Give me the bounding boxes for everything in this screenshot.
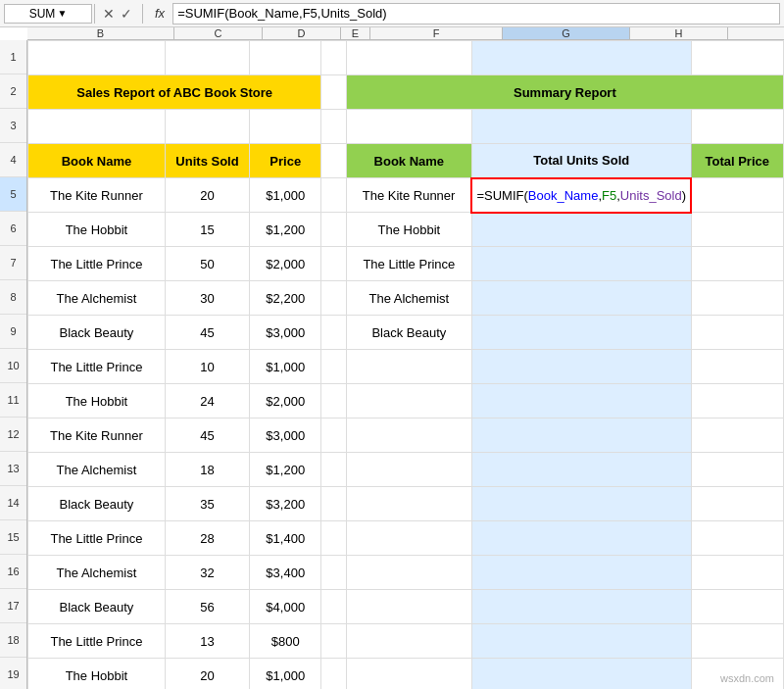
cell-e7[interactable] — [321, 247, 346, 281]
cell-h12[interactable] — [691, 418, 783, 453]
cell-f5[interactable]: The Kite Runner — [346, 178, 471, 213]
cell-h6[interactable] — [691, 213, 783, 247]
cell-b12[interactable]: The Kite Runner — [28, 418, 166, 453]
cell-e13[interactable] — [321, 453, 346, 487]
cell-d11[interactable]: $2,000 — [250, 384, 321, 418]
cell-f14[interactable] — [346, 487, 471, 521]
cell-b13[interactable]: The Alchemist — [28, 453, 166, 487]
cell-c16[interactable]: 32 — [165, 556, 249, 590]
cell-d17[interactable]: $4,000 — [250, 590, 321, 624]
cell-b17[interactable]: Black Beauty — [28, 590, 166, 624]
cell-c10[interactable]: 10 — [165, 350, 249, 384]
cell-h13[interactable] — [691, 453, 783, 487]
sales-report-title[interactable]: Sales Report of ABC Book Store — [28, 75, 321, 110]
cell-g6[interactable] — [471, 213, 691, 247]
cell-f7[interactable]: The Little Prince — [346, 247, 471, 281]
cell-e2[interactable] — [321, 75, 346, 110]
cell-c5[interactable]: 20 — [165, 178, 249, 213]
cell-h10[interactable] — [691, 350, 783, 384]
cell-g11[interactable] — [471, 384, 691, 418]
cell-c8[interactable]: 30 — [165, 281, 249, 316]
col-head-total-price[interactable]: Total Price — [691, 144, 783, 178]
cell-h15[interactable] — [691, 521, 783, 556]
cell-f9[interactable]: Black Beauty — [346, 316, 471, 350]
cell-d10[interactable]: $1,000 — [250, 350, 321, 384]
cell-e4[interactable] — [321, 144, 346, 178]
cell-f19[interactable] — [346, 659, 471, 690]
cell-g3[interactable] — [471, 110, 691, 144]
cell-b7[interactable]: The Little Prince — [28, 247, 166, 281]
cell-e14[interactable] — [321, 487, 346, 521]
cell-b11[interactable]: The Hobbit — [28, 384, 166, 418]
cell-d13[interactable]: $1,200 — [250, 453, 321, 487]
cell-f13[interactable] — [346, 453, 471, 487]
cell-b1[interactable] — [28, 41, 166, 75]
cell-c13[interactable]: 18 — [165, 453, 249, 487]
cell-h14[interactable] — [691, 487, 783, 521]
cell-d1[interactable] — [250, 41, 321, 75]
cell-g8[interactable] — [471, 281, 691, 316]
cell-g17[interactable] — [471, 590, 691, 624]
cell-c18[interactable]: 13 — [165, 624, 249, 659]
cell-f17[interactable] — [346, 590, 471, 624]
formula-input[interactable] — [172, 3, 780, 25]
cell-h1[interactable] — [691, 41, 783, 75]
cell-d12[interactable]: $3,000 — [250, 418, 321, 453]
cell-g9[interactable] — [471, 316, 691, 350]
cell-g1[interactable] — [471, 41, 691, 75]
cell-c6[interactable]: 15 — [165, 213, 249, 247]
cell-e5[interactable] — [321, 178, 346, 213]
cell-h5[interactable] — [691, 178, 783, 213]
cell-b19[interactable]: The Hobbit — [28, 659, 166, 690]
cell-e1[interactable] — [321, 41, 346, 75]
cell-c15[interactable]: 28 — [165, 521, 249, 556]
cell-e3[interactable] — [321, 110, 346, 144]
cell-h18[interactable] — [691, 624, 783, 659]
cell-d5[interactable]: $1,000 — [250, 178, 321, 213]
cell-g19[interactable] — [471, 659, 691, 690]
cell-f3[interactable] — [346, 110, 471, 144]
cell-d16[interactable]: $3,400 — [250, 556, 321, 590]
cell-f11[interactable] — [346, 384, 471, 418]
cell-reference-box[interactable]: SUM ▼ — [4, 4, 92, 24]
cell-e8[interactable] — [321, 281, 346, 316]
col-head-summary-book[interactable]: Book Name — [346, 144, 471, 178]
cell-f12[interactable] — [346, 418, 471, 453]
cell-h17[interactable] — [691, 590, 783, 624]
cell-d7[interactable]: $2,000 — [250, 247, 321, 281]
cell-h11[interactable] — [691, 384, 783, 418]
cell-d6[interactable]: $1,200 — [250, 213, 321, 247]
col-head-units-sold[interactable]: Units Sold — [165, 144, 249, 178]
summary-report-title[interactable]: Summary Report — [346, 75, 783, 110]
cell-h3[interactable] — [691, 110, 783, 144]
cell-d15[interactable]: $1,400 — [250, 521, 321, 556]
cell-e19[interactable] — [321, 659, 346, 690]
cell-f10[interactable] — [346, 350, 471, 384]
cancel-icon[interactable]: ✕ — [103, 6, 115, 22]
cell-f1[interactable] — [346, 41, 471, 75]
cell-b16[interactable]: The Alchemist — [28, 556, 166, 590]
cell-c7[interactable]: 50 — [165, 247, 249, 281]
cell-e6[interactable] — [321, 213, 346, 247]
cell-f16[interactable] — [346, 556, 471, 590]
cell-h16[interactable] — [691, 556, 783, 590]
cell-d9[interactable]: $3,000 — [250, 316, 321, 350]
confirm-icon[interactable]: ✓ — [121, 6, 132, 22]
cell-c9[interactable]: 45 — [165, 316, 249, 350]
cell-d3[interactable] — [250, 110, 321, 144]
cell-c1[interactable] — [165, 41, 249, 75]
cell-f18[interactable] — [346, 624, 471, 659]
cell-g14[interactable] — [471, 487, 691, 521]
cell-f15[interactable] — [346, 521, 471, 556]
cell-d14[interactable]: $3,200 — [250, 487, 321, 521]
cell-g7[interactable] — [471, 247, 691, 281]
cell-g18[interactable] — [471, 624, 691, 659]
cell-b15[interactable]: The Little Prince — [28, 521, 166, 556]
cell-g12[interactable] — [471, 418, 691, 453]
cell-g15[interactable] — [471, 521, 691, 556]
cell-e12[interactable] — [321, 418, 346, 453]
cell-e10[interactable] — [321, 350, 346, 384]
col-head-book-name[interactable]: Book Name — [28, 144, 166, 178]
cell-c3[interactable] — [165, 110, 249, 144]
cell-b14[interactable]: Black Beauty — [28, 487, 166, 521]
